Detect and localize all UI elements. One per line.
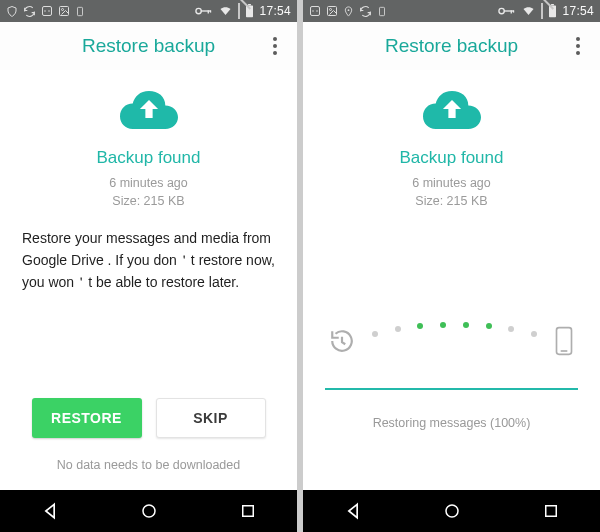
svg-point-21 [499,8,504,13]
status-right-icons: 17:54 [195,4,291,18]
backup-age: 6 minutes ago [412,174,491,192]
svg-point-12 [143,505,155,517]
status-right-icons: 17:54 [498,4,594,18]
svg-point-19 [348,9,350,11]
svg-rect-9 [210,10,211,12]
svg-rect-22 [504,10,514,11]
nav-recents-button[interactable] [531,491,571,531]
nav-bar [0,490,297,532]
nav-recents-button[interactable] [228,491,268,531]
progress-arc [325,326,578,356]
svg-point-29 [446,505,458,517]
vpn-key-icon [498,6,516,16]
backup-found-title: Backup found [97,148,201,168]
header-title: Restore backup [82,35,215,57]
svg-rect-17 [328,7,337,16]
backup-meta: 6 minutes ago Size: 215 KB [109,174,188,210]
restore-progress: Restoring messages (100%) [325,326,578,430]
footer-note: No data needs to be downloaded [0,458,297,472]
status-bar: 17:54 [303,0,600,22]
svg-point-4 [62,9,64,11]
app-icon [309,5,321,17]
svg-rect-5 [78,7,83,15]
image-icon [326,5,338,17]
wifi-icon [521,5,536,17]
svg-point-1 [44,10,46,12]
progress-bar [325,388,578,390]
sync-icon [359,5,372,18]
phone-outline-icon [554,326,574,356]
clock: 17:54 [259,4,291,18]
backup-age: 6 minutes ago [109,174,188,192]
status-bar: 17:54 [0,0,297,22]
vpn-key-icon [195,6,213,16]
svg-rect-30 [545,506,556,517]
status-left-icons [6,5,85,18]
header-title: Restore backup [385,35,518,57]
no-sim-icon [238,4,240,18]
backup-meta: 6 minutes ago Size: 215 KB [412,174,491,210]
overflow-menu-button[interactable] [566,34,590,58]
svg-point-6 [196,8,201,13]
app-icon [41,5,53,17]
app-header: Restore backup [303,22,600,70]
svg-rect-23 [511,10,512,13]
svg-rect-8 [208,10,209,13]
wifi-icon [218,5,233,17]
history-icon [329,328,355,354]
cloud-upload-icon [120,88,178,134]
progress-status-text: Restoring messages (100%) [325,416,578,430]
backup-found-title: Backup found [400,148,504,168]
svg-rect-0 [43,7,52,16]
clock: 17:54 [562,4,594,18]
svg-rect-7 [201,10,211,11]
backup-size: Size: 215 KB [412,192,491,210]
location-icon [343,5,354,18]
no-sim-icon [541,4,543,18]
content-area: Backup found 6 minutes ago Size: 215 KB … [0,70,297,490]
svg-point-2 [48,10,50,12]
device-icon [75,5,85,18]
svg-rect-24 [513,10,514,12]
svg-rect-20 [380,7,385,15]
nav-home-button[interactable] [432,491,472,531]
svg-rect-3 [60,7,69,16]
overflow-menu-button[interactable] [263,34,287,58]
svg-point-15 [312,10,314,12]
status-left-icons [309,5,387,18]
svg-rect-13 [242,506,253,517]
svg-point-18 [330,9,332,11]
phone-left: 17:54 Restore backup Backup found 6 minu… [0,0,297,532]
button-row: RESTORE SKIP [0,398,297,438]
nav-back-button[interactable] [333,491,373,531]
phone-right: 17:54 Restore backup Backup found 6 minu… [303,0,600,532]
restore-button[interactable]: RESTORE [32,398,142,438]
content-area: Backup found 6 minutes ago Size: 215 KB … [303,70,600,490]
nav-home-button[interactable] [129,491,169,531]
backup-size: Size: 215 KB [109,192,188,210]
restore-description: Restore your messages and media from Goo… [0,210,297,293]
image-icon [58,5,70,17]
cloud-upload-icon [423,88,481,134]
skip-button[interactable]: SKIP [156,398,266,438]
nav-back-button[interactable] [30,491,70,531]
svg-rect-14 [311,7,320,16]
device-icon [377,5,387,18]
app-header: Restore backup [0,22,297,70]
sync-icon [23,5,36,18]
nav-bar [303,490,600,532]
svg-point-16 [316,10,318,12]
shield-icon [6,5,18,18]
